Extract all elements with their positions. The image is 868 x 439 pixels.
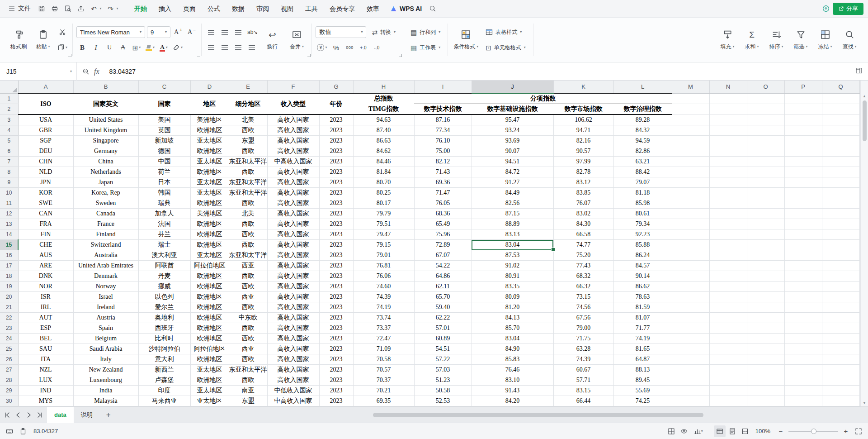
formula-panel-button[interactable]	[850, 67, 868, 76]
row-header-13[interactable]: 13	[0, 219, 18, 229]
cell-A24[interactable]: BEL	[18, 334, 73, 344]
cell-M11[interactable]	[672, 198, 709, 209]
column-header-D[interactable]: D	[190, 81, 229, 93]
cell-B23[interactable]: Spain	[73, 323, 138, 334]
cell-L20[interactable]: 78.63	[613, 292, 672, 302]
cell-A26[interactable]: ITA	[18, 354, 73, 365]
cell-D5[interactable]: 亚太地区	[190, 136, 229, 146]
cell-B21[interactable]: Ireland	[73, 302, 138, 313]
cell-O25[interactable]	[747, 344, 784, 354]
cell-I2[interactable]: 数字技术指数	[414, 104, 472, 115]
cell-Q1[interactable]	[822, 93, 859, 104]
cell-M25[interactable]	[672, 344, 709, 354]
cell-K7[interactable]: 97.99	[553, 157, 613, 167]
cell-L21[interactable]: 81.59	[613, 302, 672, 313]
cell-C17[interactable]: 阿联酋	[138, 261, 190, 271]
cell-D16[interactable]: 亚太地区	[190, 250, 229, 261]
column-header-C[interactable]: C	[138, 81, 190, 93]
row-header-20[interactable]: 20	[0, 292, 18, 302]
cell-O8[interactable]	[747, 167, 784, 177]
cell-J20[interactable]: 80.09	[472, 292, 553, 302]
column-header-G[interactable]: G	[319, 81, 353, 93]
cell-F26[interactable]: 高收入国家	[267, 354, 319, 365]
cell-A9[interactable]: JPN	[18, 177, 73, 188]
cell-L14[interactable]: 92.23	[613, 229, 672, 240]
cell-H16[interactable]: 79.01	[353, 250, 414, 261]
cell-G5[interactable]: 2023	[319, 136, 353, 146]
cell-P13[interactable]	[784, 219, 822, 229]
column-header-B[interactable]: B	[73, 81, 138, 93]
cell-C20[interactable]: 以色列	[138, 292, 190, 302]
cell-K5[interactable]: 82.16	[553, 136, 613, 146]
cell-E11[interactable]: 西欧	[229, 198, 267, 209]
cell-F20[interactable]: 高收入国家	[267, 292, 319, 302]
cell-Q16[interactable]	[822, 250, 859, 261]
cell-Q2[interactable]	[822, 104, 859, 115]
cell-G23[interactable]: 2023	[319, 323, 353, 334]
cell-H15[interactable]: 79.15	[353, 240, 414, 250]
cell-L22[interactable]: 81.07	[613, 313, 672, 323]
cell-F27[interactable]: 高收入国家	[267, 365, 319, 375]
cell-G1[interactable]: 年份	[319, 93, 353, 115]
number-format-select[interactable]: 数值▾	[316, 26, 366, 38]
cell-I15[interactable]: 72.89	[414, 240, 472, 250]
row-header-11[interactable]: 11	[0, 198, 18, 209]
cell-I11[interactable]: 76.05	[414, 198, 472, 209]
cell-H10[interactable]: 80.25	[353, 188, 414, 198]
cell-K25[interactable]: 63.28	[553, 344, 613, 354]
cell-M27[interactable]	[672, 365, 709, 375]
cell-O10[interactable]	[747, 188, 784, 198]
cell-E16[interactable]: 东亚和太平洋	[229, 250, 267, 261]
cell-B28[interactable]: Luxembourg	[73, 375, 138, 386]
cell-O30[interactable]	[747, 396, 784, 406]
highlight-color-button[interactable]: ▾	[144, 42, 156, 53]
cell-G8[interactable]: 2023	[319, 167, 353, 177]
merge-cells-button[interactable]: 合并▾	[285, 22, 308, 58]
cell-J13[interactable]: 88.89	[472, 219, 553, 229]
cell-P11[interactable]	[784, 198, 822, 209]
cell-E10[interactable]: 东亚和太平洋	[229, 188, 267, 198]
cell-A12[interactable]: CAN	[18, 209, 73, 219]
cell-C6[interactable]: 德国	[138, 146, 190, 157]
cell-O19[interactable]	[747, 282, 784, 292]
cell-J7[interactable]: 94.51	[472, 157, 553, 167]
cell-A29[interactable]: IND	[18, 386, 73, 396]
cell-P5[interactable]	[784, 136, 822, 146]
cell-P27[interactable]	[784, 365, 822, 375]
cell-I23[interactable]: 57.01	[414, 323, 472, 334]
cell-I16[interactable]: 67.07	[414, 250, 472, 261]
cell-M16[interactable]	[672, 250, 709, 261]
find-button[interactable]: 查找▾	[838, 22, 861, 58]
cell-F25[interactable]: 高收入国家	[267, 344, 319, 354]
cell-H1[interactable]: 总指数	[353, 93, 414, 104]
cell-N12[interactable]	[709, 209, 747, 219]
cell-A22[interactable]: AUT	[18, 313, 73, 323]
cell-K3[interactable]: 106.62	[553, 115, 613, 125]
ribbon-tab[interactable]: 开始	[128, 0, 153, 17]
cell-K22[interactable]: 67.56	[553, 313, 613, 323]
cell-K13[interactable]: 84.30	[553, 219, 613, 229]
cell-I1[interactable]: 分项指数	[414, 93, 672, 104]
sum-button[interactable]: Σ 求和▾	[741, 22, 763, 58]
cell-Q24[interactable]	[822, 334, 859, 344]
sheet-tab[interactable]: data	[47, 407, 74, 423]
cell-M6[interactable]	[672, 146, 709, 157]
cell-P29[interactable]	[784, 386, 822, 396]
cell-G11[interactable]: 2023	[319, 198, 353, 209]
horizontal-scrollbar[interactable]	[280, 413, 860, 417]
column-header-J[interactable]: J	[472, 81, 553, 93]
undo-dropdown-button[interactable]: ▾	[98, 3, 104, 15]
cell-G18[interactable]: 2023	[319, 271, 353, 282]
cell-B24[interactable]: Belgium	[73, 334, 138, 344]
vertical-scroll-thumb[interactable]	[863, 100, 867, 141]
column-header-H[interactable]: H	[353, 81, 414, 93]
cell-I29[interactable]: 50.58	[414, 386, 472, 396]
cell-E27[interactable]: 东亚和太平洋	[229, 365, 267, 375]
cell-Q6[interactable]	[822, 146, 859, 157]
cell-I26[interactable]: 57.22	[414, 354, 472, 365]
italic-button[interactable]: I	[90, 42, 102, 53]
ribbon-tab[interactable]: 公式	[202, 0, 226, 17]
cell-D11[interactable]: 欧洲地区	[190, 198, 229, 209]
cell-B26[interactable]: Italy	[73, 354, 138, 365]
cell-B9[interactable]: Japan	[73, 177, 138, 188]
